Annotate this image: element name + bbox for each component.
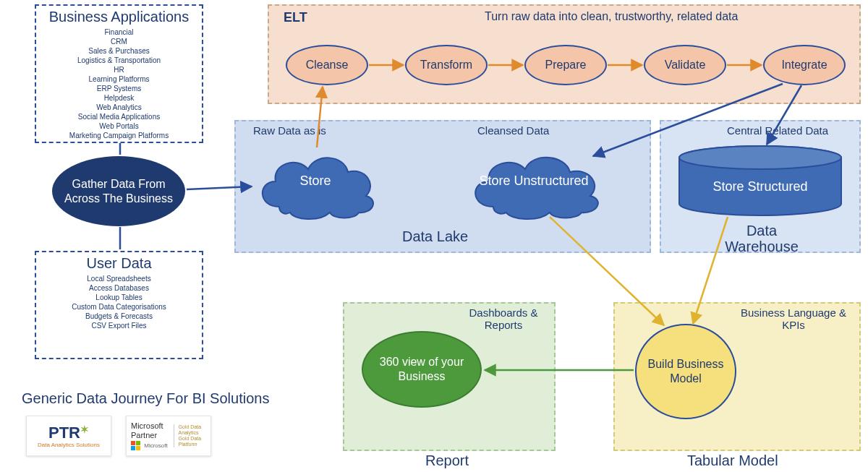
business-applications-box: Business Applications Financial CRM Sale… xyxy=(35,4,203,143)
biz-app-item: Marketing Campaign Platforms xyxy=(36,131,202,140)
store-structured-cylinder: Store Structured xyxy=(677,145,843,217)
biz-app-item: Logistics & Transportation xyxy=(36,56,202,65)
elt-step-cleanse: Cleanse xyxy=(286,45,368,85)
ptr-logo-text: PTR xyxy=(48,424,80,442)
user-data-box: User Data Local Spreadsheets Access Data… xyxy=(35,251,203,359)
user-data-item: Custom Data Categorisations xyxy=(36,302,202,312)
ptr-logo: PTR✶ Data Analytics Solutions xyxy=(26,416,111,456)
user-data-item: Lookup Tables xyxy=(36,293,202,302)
user-data-title: User Data xyxy=(36,255,202,272)
central-related-label: Central Related Data xyxy=(727,124,828,137)
biz-app-item: ERP Systems xyxy=(36,84,202,93)
elt-step-prepare: Prepare xyxy=(524,45,607,85)
data-warehouse-label: Data Warehouse xyxy=(722,223,801,254)
business-applications-title: Business Applications xyxy=(36,9,202,25)
user-data-item: Budgets & Forecasts xyxy=(36,312,202,321)
user-data-item: Local Spreadsheets xyxy=(36,274,202,283)
report-label: Report xyxy=(425,452,469,469)
gather-data-label: Gather Data From Across The Business xyxy=(55,177,182,206)
elt-label: ELT xyxy=(284,10,307,25)
store-unstructured-label: Store Unstructured xyxy=(479,173,588,189)
elt-step-label: Transform xyxy=(420,59,472,72)
elt-step-validate: Validate xyxy=(644,45,726,85)
footer-title: Generic Data Journey For BI Solutions xyxy=(22,390,269,407)
biz-app-item: Web Analytics xyxy=(36,103,202,112)
data-lake-label: Data Lake xyxy=(402,228,468,245)
biz-app-item: Learning Platforms xyxy=(36,74,202,84)
biz-app-item: Web Portals xyxy=(36,121,202,131)
biz-app-item: Social Media Applications xyxy=(36,112,202,121)
biz-app-item: HR xyxy=(36,65,202,74)
elt-step-label: Integrate xyxy=(781,59,827,72)
gold-line-2: Gold Data Platform xyxy=(179,436,206,447)
report-node: 360 view of your Business xyxy=(362,331,482,408)
microsoft-icon xyxy=(131,441,140,450)
footer-logos: PTR✶ Data Analytics Solutions Microsoft … xyxy=(26,416,211,456)
cleansed-data-label: Cleansed Data xyxy=(477,124,549,137)
report-caption: Dashboards & Reports xyxy=(460,306,547,332)
ms-sub-text: Microsoft xyxy=(144,442,167,449)
biz-app-item: Helpdesk xyxy=(36,93,202,103)
elt-step-integrate: Integrate xyxy=(763,45,846,85)
microsoft-partner-logo: Microsoft Partner Microsoft Gold Data An… xyxy=(126,416,211,456)
user-data-item: Access Databases xyxy=(36,283,202,293)
store-raw-label: Store xyxy=(299,173,331,189)
tabular-node: Build Business Model xyxy=(635,324,736,419)
store-unstructured-cloud: Store Unstructured xyxy=(463,142,605,221)
tabular-caption: Business Language & KPIs xyxy=(732,306,855,332)
gather-data-node: Gather Data From Across The Business xyxy=(52,156,185,226)
gold-line-1: Gold Data Analytics xyxy=(179,424,206,436)
user-data-list: Local Spreadsheets Access Databases Look… xyxy=(36,274,202,330)
store-structured-label: Store Structured xyxy=(712,179,807,194)
elt-step-label: Cleanse xyxy=(306,59,349,72)
raw-data-label: Raw Data as is xyxy=(253,124,326,137)
tabular-label: Tabular Model xyxy=(687,452,778,469)
biz-app-item: Financial xyxy=(36,27,202,37)
biz-app-item: Sales & Purchases xyxy=(36,46,202,56)
biz-app-item: CRM xyxy=(36,37,202,46)
store-raw-cloud: Store xyxy=(250,142,380,221)
star-icon: ✶ xyxy=(80,424,89,435)
elt-step-label: Prepare xyxy=(545,59,587,72)
tabular-node-label: Build Business Model xyxy=(637,357,735,386)
report-node-label: 360 view of your Business xyxy=(363,355,480,384)
elt-step-transform: Transform xyxy=(405,45,488,85)
ptr-logo-sub: Data Analytics Solutions xyxy=(38,442,100,448)
elt-subtitle: Turn raw data into clean, trustworthy, r… xyxy=(485,10,738,23)
user-data-item: CSV Export Files xyxy=(36,321,202,330)
ms-partner-text: Microsoft Partner xyxy=(131,421,169,439)
business-applications-list: Financial CRM Sales & Purchases Logistic… xyxy=(36,27,202,140)
elt-step-label: Validate xyxy=(665,59,706,72)
